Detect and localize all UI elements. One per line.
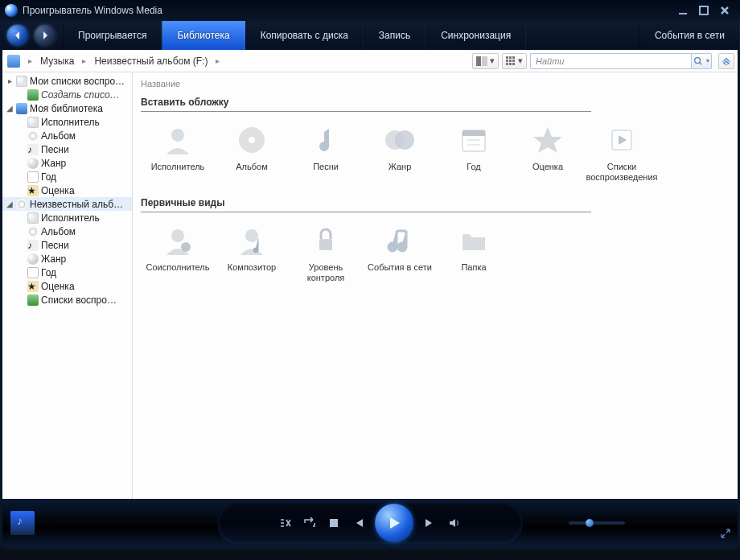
tree-playlists-2[interactable]: Списки воспро… [2, 293, 132, 307]
tree-songs[interactable]: ♪Песни [2, 142, 132, 156]
nav-tree: ▸Мои списки воспро… Создать списо… ◢Моя … [2, 72, 133, 499]
svg-rect-5 [509, 56, 512, 59]
tab-label: Копировать с диска [261, 30, 348, 41]
layout-toggle-button[interactable]: ▾ [472, 53, 499, 69]
breadcrumb-node[interactable]: Неизвестный альбом (F:) [89, 52, 212, 70]
stack-album[interactable]: Альбом [215, 123, 289, 183]
tab-label: Запись [379, 30, 410, 41]
tree-genre[interactable]: Жанр [2, 156, 132, 170]
prev-button[interactable] [351, 516, 365, 530]
svg-rect-9 [512, 60, 515, 62]
album-icon [27, 226, 39, 237]
tree-library[interactable]: ◢Моя библиотека [2, 101, 132, 115]
tab-label: События в сети [655, 30, 725, 41]
stack-playlists[interactable]: Списки воспроизведения [585, 123, 659, 183]
tree-artist-2[interactable]: Исполнитель [2, 211, 132, 224]
compact-mode-button[interactable] [720, 528, 731, 542]
songs-icon: ♪ [27, 144, 39, 155]
nav-back-button[interactable] [6, 24, 29, 47]
search-button[interactable]: ▾ [691, 53, 712, 69]
now-playing-art-icon[interactable] [10, 511, 35, 535]
tree-playlists[interactable]: ▸Мои списки воспро… [2, 74, 132, 88]
genre-icon [27, 253, 39, 265]
primary-composer[interactable]: Композитор [215, 224, 289, 283]
window-controls [672, 2, 735, 19]
primary-parental-rating[interactable]: Уровень контроля [289, 224, 363, 283]
rating-icon: ★ [27, 185, 39, 196]
svg-rect-0 [679, 13, 687, 14]
play-button[interactable] [375, 504, 413, 542]
tree-rating-2[interactable]: ★Оценка [2, 279, 132, 293]
tab-label: Синхронизация [441, 30, 511, 41]
view-options-button[interactable]: ▾ [502, 53, 527, 69]
stack-rating[interactable]: Оценка [511, 123, 585, 183]
stack-genre[interactable]: Жанр [363, 123, 437, 183]
playlist-icon [27, 294, 39, 306]
create-playlist-icon [27, 89, 39, 101]
tree-create-playlist[interactable]: Создать списо… [2, 88, 132, 101]
tree-artist[interactable]: Исполнитель [2, 115, 132, 129]
primary-contributing-artist[interactable]: Соисполнитель [141, 224, 215, 283]
breadcrumb-bar: ▸ Музыка ▸ Неизвестный альбом (F:) ▸ ▾ ▾… [2, 50, 738, 72]
svg-point-13 [695, 57, 701, 63]
tree-year-2[interactable]: Год [2, 266, 132, 279]
year-icon [27, 267, 39, 278]
artist-icon [27, 117, 39, 128]
shuffle-button[interactable] [278, 516, 293, 530]
tree-rating[interactable]: ★Оценка [2, 183, 132, 197]
close-button[interactable] [714, 2, 735, 19]
songs-icon: ♪ [27, 240, 39, 251]
mute-button[interactable] [447, 516, 462, 530]
search-input[interactable] [530, 53, 691, 69]
column-header-title[interactable]: Название [141, 77, 730, 93]
repeat-button[interactable] [302, 516, 317, 530]
stack-songs[interactable]: Песни [289, 123, 363, 183]
tab-rip[interactable]: Копировать с диска [245, 21, 364, 50]
tree-year[interactable]: Год [2, 170, 132, 183]
titlebar: Проигрыватель Windows Media [0, 0, 740, 21]
cd-icon [16, 199, 27, 210]
tab-online-stores[interactable]: События в сети [639, 21, 740, 50]
svg-rect-2 [476, 56, 481, 66]
stack-year[interactable]: Год [437, 123, 511, 183]
tab-now-playing[interactable]: Проигрывается [63, 21, 162, 50]
svg-rect-8 [509, 60, 512, 62]
maximize-button[interactable] [693, 2, 714, 19]
stop-button[interactable] [327, 516, 341, 530]
svg-point-26 [245, 229, 258, 242]
minimize-button[interactable] [672, 2, 693, 19]
svg-rect-4 [506, 56, 508, 59]
stack-artist[interactable]: Исполнитель [141, 123, 215, 183]
tab-burn[interactable]: Запись [364, 21, 426, 50]
breadcrumb-root[interactable]: Музыка [35, 52, 79, 70]
chevron-right-icon: ▸ [82, 56, 86, 65]
nav-forward-button[interactable] [34, 24, 56, 47]
svg-rect-7 [506, 60, 508, 62]
stack-grid: Исполнитель Альбом Песни Жанр Год Оценка… [141, 123, 704, 194]
next-button[interactable] [423, 516, 438, 530]
year-icon [27, 171, 39, 183]
tree-songs-2[interactable]: ♪Песни [2, 238, 132, 252]
svg-rect-6 [512, 56, 515, 59]
tab-sync[interactable]: Синхронизация [426, 21, 526, 50]
primary-grid: Соисполнитель Композитор Уровень контрол… [141, 224, 704, 294]
volume-slider[interactable] [569, 521, 625, 525]
tree-unknown-album[interactable]: ◢Неизвестный альб… [2, 197, 132, 211]
svg-rect-20 [462, 130, 485, 136]
svg-point-14 [171, 129, 184, 142]
section-primary-title: Первичные виды [141, 194, 591, 212]
artist-icon [27, 212, 39, 224]
svg-rect-3 [482, 56, 487, 66]
help-button[interactable] [718, 53, 734, 69]
tree-album-2[interactable]: Альбом [2, 224, 132, 238]
tab-library[interactable]: Библиотека [162, 21, 245, 50]
tree-album[interactable]: Альбом [2, 129, 132, 142]
volume-control [569, 521, 625, 525]
primary-online-stores[interactable]: События в сети [363, 224, 437, 283]
primary-folder[interactable]: Папка [437, 224, 511, 283]
rating-icon: ★ [27, 281, 39, 292]
tab-label: Библиотека [177, 30, 229, 41]
svg-point-25 [181, 242, 191, 252]
volume-thumb[interactable] [586, 519, 594, 527]
tree-genre-2[interactable]: Жанр [2, 252, 132, 266]
